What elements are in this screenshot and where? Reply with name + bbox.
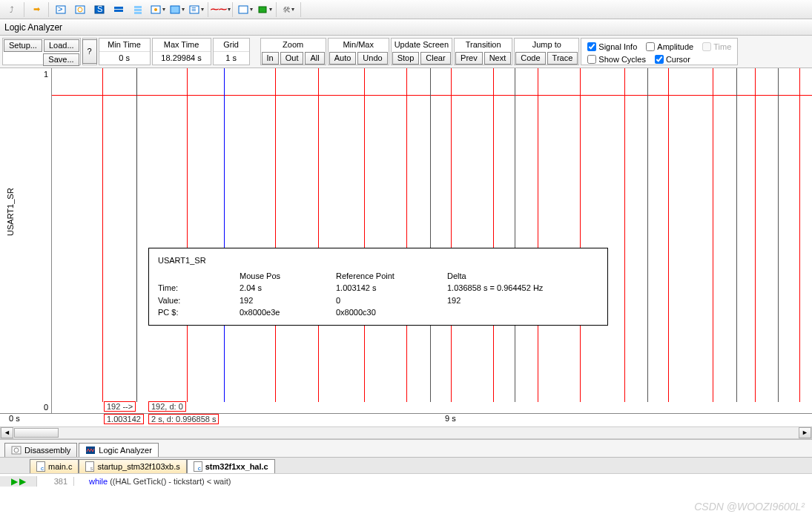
info-signal-name: USART1_SR bbox=[158, 254, 598, 267]
time-marker-2: 2 s, d: 0.996858 s bbox=[148, 414, 219, 424]
logic-analyzer-tab-icon bbox=[85, 445, 96, 455]
transition-label: Transition bbox=[455, 39, 512, 51]
watch-icon[interactable]: ▾ bbox=[148, 1, 166, 18]
zoom-all-button[interactable]: All bbox=[305, 52, 324, 65]
time-marker-1: 1.003142 bbox=[104, 414, 144, 424]
disassembly-tab-icon bbox=[11, 445, 22, 455]
waveform-canvas[interactable]: USART1_SR Mouse PosReference PointDelta … bbox=[52, 68, 812, 413]
serial-icon[interactable]: ≡▾ bbox=[187, 1, 205, 18]
panel-title: Logic Analyzer bbox=[0, 19, 812, 36]
show-cycles-checkbox[interactable]: Show Cycles bbox=[583, 53, 650, 65]
help-button[interactable]: ? bbox=[82, 39, 97, 64]
amplitude-checkbox[interactable]: Amplitude bbox=[641, 40, 698, 53]
max-time-value: 18.29984 s bbox=[153, 51, 211, 64]
logic-analyzer-icon[interactable]: ⁓⁓▾ bbox=[211, 1, 229, 18]
svg-rect-10 bbox=[134, 12, 142, 14]
tools-icon[interactable]: 🛠▾ bbox=[280, 1, 297, 18]
memory-icon[interactable]: ▾ bbox=[168, 1, 185, 18]
file-tabs: main.c startup_stm32f103xb.s stm32f1xx_h… bbox=[0, 457, 812, 473]
svg-rect-16 bbox=[239, 6, 248, 13]
signal-info-checkbox[interactable]: Signal Info bbox=[583, 40, 641, 53]
minmax-undo-button[interactable]: Undo bbox=[357, 52, 387, 65]
minmax-auto-button[interactable]: Auto bbox=[329, 52, 357, 65]
c-file-icon bbox=[194, 461, 202, 472]
update-stop-button[interactable]: Stop bbox=[392, 52, 420, 65]
main-toolbar: ⤴ ➡ > S ▾ ▾ ≡▾ ⁓⁓▾ ▾ ▾ 🛠▾ bbox=[0, 0, 812, 19]
grid-label: Grid bbox=[214, 39, 249, 51]
transition-prev-button[interactable]: Prev bbox=[455, 52, 483, 65]
setup-button[interactable]: Setup... bbox=[4, 39, 42, 52]
value-marker-1: 192 --> bbox=[104, 401, 136, 412]
trace-icon[interactable]: ▾ bbox=[236, 1, 254, 18]
watermark: CSDN @WOOZI9600L² bbox=[694, 501, 805, 513]
svg-rect-13 bbox=[171, 6, 179, 13]
cursor-checkbox[interactable]: Cursor bbox=[650, 53, 695, 65]
svg-rect-17 bbox=[259, 7, 266, 13]
jump-label: Jump to bbox=[515, 39, 578, 51]
code-text: while ((HAL GetTick() - tickstart) < wai… bbox=[74, 477, 231, 486]
command-window-icon[interactable]: > bbox=[52, 1, 70, 18]
signal-info-tooltip: USART1_SR Mouse PosReference PointDelta … bbox=[148, 248, 608, 326]
panel-tabs: Disassembly Logic Analyzer bbox=[0, 439, 812, 457]
scroll-right-button[interactable]: ► bbox=[799, 427, 811, 438]
plot-area: USART1_SR 1 0 USART1_SR Mouse PosReferen… bbox=[0, 68, 812, 413]
system-viewer-icon[interactable]: ▾ bbox=[255, 1, 273, 18]
svg-rect-8 bbox=[134, 6, 142, 8]
svg-rect-6 bbox=[114, 7, 123, 9]
line-number: 381 bbox=[37, 477, 74, 486]
file-tab-hal[interactable]: stm32f1xx_hal.c bbox=[187, 459, 275, 473]
y-tick-bottom: 0 bbox=[44, 403, 48, 412]
zoom-out-button[interactable]: Out bbox=[280, 52, 304, 65]
file-tab-startup[interactable]: startup_stm32f103xb.s bbox=[79, 459, 186, 473]
svg-point-12 bbox=[154, 8, 157, 11]
file-tab-main[interactable]: main.c bbox=[30, 459, 79, 473]
grid-value: 1 s bbox=[214, 51, 249, 64]
svg-text:S: S bbox=[97, 4, 102, 13]
svg-rect-7 bbox=[114, 10, 123, 12]
call-stack-icon[interactable] bbox=[129, 1, 147, 18]
registers-icon[interactable] bbox=[110, 1, 128, 18]
time-checkbox: Time bbox=[698, 40, 736, 53]
scroll-left-button[interactable]: ◄ bbox=[1, 427, 13, 438]
transition-next-button[interactable]: Next bbox=[484, 52, 512, 65]
jump-code-button[interactable]: Code bbox=[515, 52, 545, 65]
c-file-icon bbox=[36, 461, 45, 472]
svg-rect-9 bbox=[134, 9, 142, 11]
tab-disassembly[interactable]: Disassembly bbox=[4, 443, 77, 457]
zoom-label: Zoom bbox=[261, 39, 326, 51]
value-marker-2: 192, d: 0 bbox=[148, 401, 186, 412]
min-time-value: 0 s bbox=[99, 51, 150, 64]
signal-trace-line bbox=[52, 95, 812, 96]
code-editor-line[interactable]: ▶ ▶ 381 while ((HAL GetTick() - tickstar… bbox=[0, 473, 812, 488]
minmax-label: Min/Max bbox=[329, 39, 389, 51]
x-tick-end: 9 s bbox=[445, 414, 456, 423]
scroll-thumb[interactable] bbox=[14, 428, 59, 438]
gutter: ▶ ▶ bbox=[0, 476, 37, 487]
signal-name-label: USART1_SR bbox=[6, 188, 15, 236]
min-time-label: Min Time bbox=[99, 39, 150, 51]
run-cursor-icon-2: ▶ bbox=[19, 476, 26, 487]
zoom-in-button[interactable]: In bbox=[262, 52, 279, 65]
asm-file-icon bbox=[85, 461, 94, 472]
svg-text:≡: ≡ bbox=[191, 4, 196, 13]
run-cursor-icon: ▶ bbox=[11, 476, 18, 487]
run-arrow-icon[interactable]: ➡ bbox=[27, 1, 45, 18]
step-out-icon[interactable]: ⤴ bbox=[3, 1, 21, 18]
max-time-label: Max Time bbox=[153, 39, 211, 51]
y-axis: USART1_SR 1 0 bbox=[0, 68, 52, 413]
load-button[interactable]: Load... bbox=[44, 39, 79, 52]
x-tick-start: 0 s bbox=[9, 414, 20, 423]
disassembly-icon[interactable] bbox=[71, 1, 89, 18]
x-axis: 0 s 1.003142 2 s, d: 0.996858 s 9 s bbox=[0, 413, 812, 426]
svg-text:>: > bbox=[58, 4, 62, 13]
save-button[interactable]: Save... bbox=[43, 53, 79, 66]
jump-trace-button[interactable]: Trace bbox=[547, 52, 578, 65]
symbols-icon[interactable]: S bbox=[90, 1, 108, 18]
y-tick-top: 1 bbox=[44, 70, 48, 79]
analyzer-controls: Setup... Load... Save... ? Min Time 0 s … bbox=[0, 36, 812, 68]
update-clear-button[interactable]: Clear bbox=[420, 52, 450, 65]
horizontal-scrollbar[interactable]: ◄ ► bbox=[0, 426, 812, 439]
tab-logic-analyzer[interactable]: Logic Analyzer bbox=[79, 443, 159, 457]
update-label: Update Screen bbox=[392, 39, 452, 51]
